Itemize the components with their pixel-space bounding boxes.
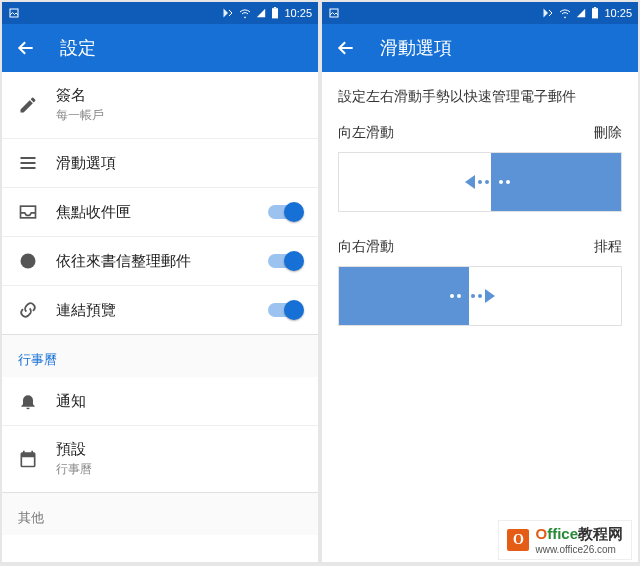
watermark-url: www.office26.com [535,544,623,555]
link-preview-label: 連結預覽 [56,301,268,320]
arrow-right-icon [463,289,503,303]
swipe-options-label: 滑動選項 [56,154,302,173]
back-icon[interactable] [336,38,356,58]
status-bar: 10:25 [322,2,638,24]
swipe-left-card[interactable] [338,152,622,212]
bell-icon [18,391,56,411]
wifi-icon [239,7,251,19]
swipe-left-action: 刪除 [594,124,622,142]
swipe-description: 設定左右滑動手勢以快速管理電子郵件 [322,72,638,124]
link-preview-toggle[interactable] [268,303,302,317]
swipe-left-header: 向左滑動 刪除 [322,124,638,152]
wifi-icon [559,7,571,19]
screenshot-icon [8,7,20,19]
watermark-logo-icon: O [507,529,529,551]
notifications-row[interactable]: 通知 [2,377,318,425]
watermark: O Office教程网 www.office26.com [498,520,632,560]
notifications-label: 通知 [56,392,302,411]
page-title: 設定 [60,36,96,60]
focused-inbox-row[interactable]: 焦點收件匣 [2,188,318,236]
signature-label: 簽名 [56,86,302,105]
info-icon [18,251,56,271]
link-preview-row[interactable]: 連結預覽 [2,286,318,334]
vibrate-icon [222,7,234,19]
default-calendar-row[interactable]: 預設 行事曆 [2,426,318,492]
default-sub: 行事曆 [56,461,302,478]
page-title: 滑動選項 [380,36,452,60]
settings-screen: 10:25 設定 簽名 每一帳戶 滑動 [2,2,318,562]
back-icon[interactable] [16,38,36,58]
status-bar: 10:25 [2,2,318,24]
svg-rect-6 [592,8,598,18]
signature-row[interactable]: 簽名 每一帳戶 [2,72,318,138]
swipe-options-screen: 10:25 滑動選項 設定左右滑動手勢以快速管理電子郵件 向左滑動 刪除 [322,2,638,562]
battery-icon [271,7,279,19]
list-icon [18,153,56,173]
app-bar: 設定 [2,24,318,72]
calendar-icon [18,449,56,469]
sort-by-sender-row[interactable]: 依往來書信整理郵件 [2,237,318,285]
battery-icon [591,7,599,19]
swipe-left-fill [491,153,621,211]
pencil-icon [18,95,56,115]
sort-by-sender-label: 依往來書信整理郵件 [56,252,268,271]
section-calendar: 行事曆 [2,334,318,377]
swipe-right-action: 排程 [594,238,622,256]
sort-by-sender-toggle[interactable] [268,254,302,268]
focused-inbox-label: 焦點收件匣 [56,203,268,222]
default-label: 預設 [56,440,302,459]
link-icon [18,300,56,320]
screenshot-icon [328,7,340,19]
svg-point-4 [21,254,36,269]
svg-rect-7 [594,7,596,8]
watermark-brand-cn: 教程网 [578,525,623,542]
status-time: 10:25 [284,7,312,19]
swipe-options-row[interactable]: 滑動選項 [2,139,318,187]
watermark-brand-ffice: ffice [547,525,578,542]
svg-rect-2 [274,7,276,8]
swipe-right-header: 向右滑動 排程 [322,238,638,266]
signal-icon [576,8,586,18]
swipe-content: 設定左右滑動手勢以快速管理電子郵件 向左滑動 刪除 [322,72,638,562]
svg-rect-0 [10,9,18,17]
signal-icon [256,8,266,18]
focused-inbox-toggle[interactable] [268,205,302,219]
app-bar: 滑動選項 [322,24,638,72]
section-other: 其他 [2,492,318,535]
swipe-right-dir: 向右滑動 [338,238,394,256]
svg-rect-1 [272,8,278,18]
swipe-right-fill [339,267,469,325]
vibrate-icon [542,7,554,19]
inbox-icon [18,202,56,222]
svg-rect-5 [330,9,338,17]
settings-list: 簽名 每一帳戶 滑動選項 焦點收件匣 [2,72,318,562]
status-time: 10:25 [604,7,632,19]
signature-sub: 每一帳戶 [56,107,302,124]
swipe-left-dir: 向左滑動 [338,124,394,142]
arrow-left-icon [457,175,497,189]
swipe-right-card[interactable] [338,266,622,326]
watermark-brand-o: O [535,525,547,542]
